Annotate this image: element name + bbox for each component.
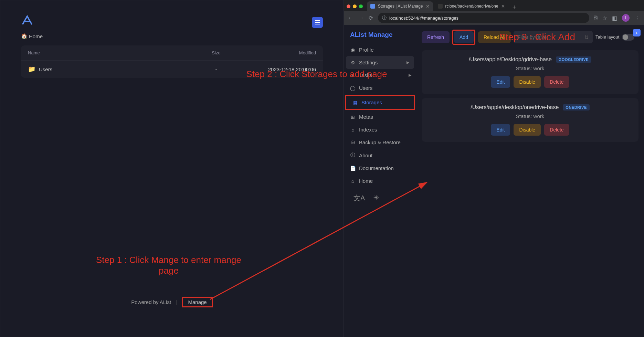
nav-metas[interactable]: ⊞Metas [344, 110, 416, 123]
tab-favicon [370, 4, 375, 9]
svg-rect-1 [315, 22, 320, 23]
manage-link[interactable]: Manage [188, 299, 207, 305]
url-text: localhost:5244/@manage/storages [389, 15, 458, 21]
breadcrumb[interactable]: 🏠 Home [21, 33, 323, 39]
profile-icon: ◉ [350, 47, 356, 53]
profile-avatar[interactable]: I [622, 14, 630, 22]
sidepanel-icon[interactable]: ◧ [612, 15, 617, 21]
col-name[interactable]: Name [28, 50, 192, 55]
filter-placeholder: Filter by driver [518, 34, 548, 40]
folder-icon: 📁 [28, 65, 35, 73]
col-modified[interactable]: Modified [240, 50, 316, 55]
nav-documentation[interactable]: 📄Documentation [344, 162, 416, 175]
chevron-right-icon: ▶ [409, 73, 411, 77]
browser-tabbar: Storages | AList Manage ✕ rclone/backend… [344, 0, 644, 11]
menu-icon[interactable]: ⋮ [634, 15, 640, 21]
storages-toolbar: Refresh Add Reload All Filter by driver … [422, 30, 638, 45]
footer-divider: | [176, 299, 177, 305]
nav-indexes[interactable]: ⌕Indexes [344, 123, 416, 136]
database-icon: ⛁ [350, 140, 356, 145]
breadcrumb-home: Home [29, 33, 43, 39]
close-icon[interactable]: ✕ [426, 4, 430, 9]
address-bar[interactable]: ⓘ localhost:5244/@manage/storages [378, 13, 589, 23]
new-tab-button[interactable]: + [510, 4, 519, 11]
alist-manage-app: AList Manage ◉Profile ⚙Settings▶ ✓Tasks▶… [344, 25, 644, 337]
site-info-icon[interactable]: ⓘ [382, 15, 387, 21]
home-icon: 🏠 [21, 33, 28, 39]
back-button[interactable]: ← [348, 15, 353, 21]
nav-storages[interactable]: ▦Storages [346, 96, 414, 109]
svg-rect-0 [315, 20, 320, 21]
file-modified: 2023-12-18 20:00:06 [240, 66, 316, 72]
file-name: Users [39, 66, 52, 72]
delete-button[interactable]: Delete [544, 76, 569, 88]
refresh-button[interactable]: Refresh [422, 31, 450, 43]
extension-badge[interactable]: ▸ [633, 29, 641, 36]
meta-icon: ⊞ [350, 114, 356, 120]
nav-backup[interactable]: ⛁Backup & Restore [344, 136, 416, 149]
add-button[interactable]: Add [454, 31, 474, 43]
window-controls[interactable] [347, 4, 363, 8]
add-button-highlight: Add [452, 30, 475, 45]
nav-settings[interactable]: ⚙Settings▶ [346, 56, 414, 69]
info-icon: ⓘ [350, 152, 356, 158]
main-content: Refresh Add Reload All Filter by driver … [416, 25, 644, 337]
file-size: - [192, 66, 240, 72]
file-list-panel: Name Size Modified 📁 Users - 2023-12-18 … [21, 45, 323, 78]
app-title: AList Manage [344, 31, 416, 43]
filter-driver-select[interactable]: Filter by driver ⇅ [514, 31, 593, 43]
storage-card: /Users/apple/Desktop/gdrive-base GOOGLED… [422, 50, 638, 94]
bookmark-icon[interactable]: ☆ [602, 15, 607, 21]
file-list-header: Name Size Modified [21, 45, 323, 61]
manage-link-highlight: Manage [182, 297, 212, 307]
storage-driver-badge: GOOGLEDRIVE [556, 56, 591, 63]
updown-icon: ⇅ [584, 34, 589, 40]
nav-about[interactable]: ⓘAbout [344, 149, 416, 162]
install-icon[interactable]: ⎘ [594, 15, 598, 21]
footer: Powered by AList | Manage [0, 297, 344, 307]
tasks-icon: ✓ [350, 73, 356, 78]
table-layout-label: Table layout [595, 34, 619, 40]
table-layout-toggle[interactable] [622, 34, 634, 41]
nav-profile[interactable]: ◉Profile [344, 43, 416, 56]
storage-card: /Users/apple/desktop/onedrive-base ONEDR… [422, 98, 638, 142]
storage-status: Status: work [428, 113, 632, 119]
reload-button[interactable]: ⟳ [369, 15, 373, 21]
disable-button[interactable]: Disable [514, 76, 541, 88]
nav-tasks[interactable]: ✓Tasks▶ [344, 69, 416, 82]
view-toggle-button[interactable] [312, 17, 323, 28]
theme-icon[interactable]: ☀ [373, 193, 379, 203]
alist-logo [21, 14, 323, 28]
storage-driver-badge: ONEDRIVE [563, 104, 589, 110]
gear-icon: ⚙ [350, 60, 356, 65]
browser-toolbar: ← → ⟳ ⓘ localhost:5244/@manage/storages … [344, 11, 644, 25]
storage-status: Status: work [428, 65, 632, 71]
svg-rect-2 [315, 24, 320, 24]
tab-favicon [438, 4, 443, 9]
user-icon: ◯ [350, 85, 356, 91]
forward-button[interactable]: → [358, 15, 364, 21]
home-icon: ⌂ [350, 178, 356, 184]
storage-path: /Users/apple/Desktop/gdrive-base [469, 56, 552, 63]
doc-icon: 📄 [350, 166, 356, 171]
file-row[interactable]: 📁 Users - 2023-12-18 20:00:06 [21, 61, 323, 78]
storage-path: /Users/apple/desktop/onedrive-base [471, 104, 559, 110]
search-icon: ⌕ [350, 127, 356, 133]
chevron-right-icon: ▶ [407, 60, 409, 65]
alist-home-window: 🏠 Home Name Size Modified 📁 Users - 2023… [0, 0, 344, 337]
tab-title: rclone/backend/onedrive/one [445, 4, 498, 9]
browser-tab[interactable]: rclone/backend/onedrive/one ✕ [434, 1, 508, 11]
nav-users[interactable]: ◯Users [344, 82, 416, 94]
close-icon[interactable]: ✕ [501, 4, 505, 9]
browser-tab-active[interactable]: Storages | AList Manage ✕ [367, 1, 433, 11]
language-icon[interactable]: 文A [353, 193, 365, 203]
storage-icon: ▦ [352, 100, 358, 105]
disable-button[interactable]: Disable [514, 124, 541, 136]
col-size[interactable]: Size [192, 50, 240, 55]
browser-window: Storages | AList Manage ✕ rclone/backend… [344, 0, 644, 337]
nav-home[interactable]: ⌂Home [344, 175, 416, 187]
reload-all-button[interactable]: Reload All [478, 31, 511, 43]
delete-button[interactable]: Delete [544, 124, 569, 136]
edit-button[interactable]: Edit [491, 76, 510, 88]
edit-button[interactable]: Edit [491, 124, 510, 136]
